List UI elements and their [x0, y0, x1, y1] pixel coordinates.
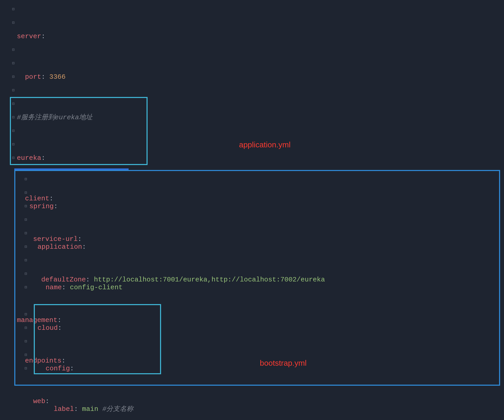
code-line[interactable]: label: main #分支名称: [17, 402, 375, 416]
yaml-key: name: [45, 284, 62, 291]
colon: :: [41, 32, 45, 40]
colon: :: [58, 324, 62, 332]
fold-icon[interactable]: ⊟: [11, 102, 16, 106]
colon: :: [70, 365, 74, 372]
yaml-key: spring: [29, 202, 54, 210]
code-line[interactable]: application:: [17, 240, 375, 254]
fold-icon[interactable]: ⊟: [11, 142, 16, 147]
label-application-yml: application.yml: [239, 140, 290, 149]
colon: :: [74, 405, 78, 413]
fold-icon[interactable]: ⊟: [11, 88, 16, 93]
yaml-key: label: [54, 405, 74, 413]
code-line[interactable]: port: 3366: [17, 70, 325, 84]
yaml-key: application: [37, 243, 82, 251]
fold-icon[interactable]: ⊟: [11, 115, 16, 120]
code-line[interactable]: eureka:: [17, 151, 325, 165]
yaml-key: config: [45, 365, 70, 372]
fold-icon[interactable]: ⊟: [11, 48, 16, 52]
code-line[interactable]: name: config-client: [17, 281, 375, 294]
label-bootstrap-yml: bootstrap.yml: [260, 359, 307, 368]
fold-icon[interactable]: ⊟: [11, 61, 16, 66]
yaml-key: port: [25, 73, 41, 81]
code-area-bootstrap[interactable]: spring: application: name: config-client…: [17, 173, 375, 420]
fold-icon[interactable]: ⊟: [11, 7, 16, 12]
fold-icon[interactable]: ⊟: [11, 129, 16, 133]
colon: :: [82, 243, 86, 251]
colon: :: [41, 154, 45, 162]
yaml-key: eureka: [17, 154, 41, 162]
yaml-value: 3366: [49, 73, 65, 81]
fold-icon[interactable]: ⊟: [11, 21, 16, 25]
code-line[interactable]: #服务注册到eureka地址: [17, 111, 325, 124]
colon: :: [62, 284, 66, 291]
yaml-key: server: [17, 32, 41, 40]
code-line[interactable]: cloud:: [17, 321, 375, 335]
yaml-value: config-client: [70, 284, 123, 291]
fold-icon[interactable]: ⊟: [11, 156, 16, 160]
code-line[interactable]: config:: [17, 362, 375, 375]
code-line[interactable]: server:: [17, 30, 325, 43]
yaml-key: cloud: [37, 324, 58, 332]
yaml-comment: #服务注册到eureka地址: [17, 114, 92, 121]
file-divider: [14, 168, 129, 170]
yaml-value: main: [82, 405, 98, 413]
colon: :: [54, 202, 58, 210]
code-editor[interactable]: ⊟ ⊟ ⊟ ⊟ ⊟ ⊟ ⊟ ⊟ ⊟ ⊟ ⊟ server: port: 3366…: [0, 0, 504, 420]
yaml-comment: #分支名称: [102, 405, 134, 413]
code-line[interactable]: spring:: [17, 200, 375, 213]
fold-icon[interactable]: ⊟: [11, 75, 16, 79]
colon: :: [41, 73, 45, 81]
